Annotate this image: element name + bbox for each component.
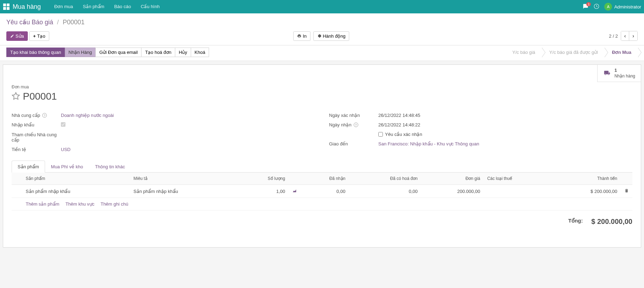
plus-icon: + [33, 33, 36, 39]
tab-products[interactable]: Sản phẩm [12, 161, 45, 173]
label-ask-confirm: Yêu cầu xác nhận [385, 132, 422, 137]
pager-prev[interactable]: ‹ [621, 31, 629, 40]
user-menu[interactable]: A Administrator [604, 3, 641, 11]
truck-icon [603, 70, 611, 77]
nav-products[interactable]: Sản phẩm [78, 0, 109, 13]
cell-qty: 1,00 [238, 185, 289, 198]
label-vendor-ref: Tham chiếu Nhà cung cấp [12, 132, 61, 143]
col-qty: Số lượng [238, 173, 289, 185]
tabs: Sản phẩm Mua Phí về kho Thông tin khác [12, 161, 632, 173]
label-import: Nhập khẩu [12, 122, 61, 127]
forecast-icon[interactable] [292, 189, 297, 194]
step-po[interactable]: Đơn Mua [604, 48, 638, 57]
customs-declaration-button[interactable]: Tạo khai báo thông quan [6, 48, 65, 57]
action-button[interactable]: Hành động [313, 31, 349, 41]
value-currency[interactable]: USD [61, 147, 70, 152]
help-icon[interactable]: ? [42, 113, 47, 118]
col-received: Đã nhận [301, 173, 349, 185]
breadcrumb-current: P00001 [63, 19, 84, 26]
nav-orders[interactable]: Đơn mua [49, 0, 78, 13]
stat-receipts-label: Nhận hàng [614, 74, 635, 79]
lines-table: Sản phẩm Miêu tả Số lượng Đã nhận Đã có … [12, 173, 632, 211]
star-icon[interactable] [12, 92, 20, 101]
cell-subtotal: $ 200.000,00 [550, 185, 621, 198]
pager-next[interactable]: › [629, 31, 637, 40]
pencil-icon [10, 34, 14, 38]
form-sheet: 1 Nhận hàng Đơn mua P00001 Nhà cung cấ [3, 64, 641, 248]
label-currency: Tiền tệ [12, 147, 61, 152]
chat-badge: 1 [586, 2, 591, 6]
col-product: Sản phẩm [22, 173, 130, 185]
total-amount: $ 200.000,00 [591, 218, 632, 226]
tab-other-info[interactable]: Thông tin khác [89, 161, 131, 173]
stat-receipts-count: 1 [614, 68, 635, 74]
lock-button[interactable]: Khoá [191, 48, 209, 57]
pager-nav: ‹ › [621, 31, 638, 41]
pager-text: 2 / 2 [609, 33, 618, 39]
add-product-link[interactable]: Thêm sản phẩm [26, 201, 59, 207]
print-icon [297, 34, 301, 38]
label-deliver-to: Giao đến [329, 141, 378, 146]
status-row: Tạo khai báo thông quan Nhận Hàng Gửi Đơ… [0, 45, 644, 61]
cell-price: 200.000,00 [421, 185, 484, 198]
create-button[interactable]: + Tạo [29, 31, 49, 41]
add-section-link[interactable]: Thêm khu vực [65, 201, 94, 207]
value-receipt-date: 26/12/2022 14:48:22 [378, 122, 632, 127]
status-arrows: Y/c báo giá Y/c báo giá đã được gửi Đơn … [505, 48, 638, 57]
clock-icon[interactable] [594, 4, 599, 10]
label-receipt-date: Ngày nhận? [329, 122, 378, 127]
checkbox-import [61, 122, 65, 127]
totals: Tổng: $ 200.000,00 [3, 211, 641, 226]
apps-icon[interactable] [3, 3, 10, 10]
record-title: P00001 [23, 91, 57, 102]
col-price: Đơn giá [421, 173, 484, 185]
step-rfq[interactable]: Y/c báo giá [505, 48, 542, 57]
nav-reports[interactable]: Báo cáo [109, 0, 136, 13]
nav-config[interactable]: Cấu hình [136, 0, 165, 13]
table-row[interactable]: Sản phẩm nhập khẩu Sản phẩm nhập khẩu 1,… [12, 185, 632, 198]
cancel-button[interactable]: Hủy [175, 48, 191, 57]
create-invoice-button[interactable]: Tạo hoá đơn [141, 48, 175, 57]
total-label: Tổng: [568, 218, 583, 226]
print-button[interactable]: In [293, 31, 310, 41]
app-title: Mua hàng [13, 3, 41, 11]
value-supplier[interactable]: Doanh nghiệp nước ngoài [61, 113, 114, 118]
cell-billed: 0,00 [349, 185, 421, 198]
cell-taxes [484, 185, 550, 198]
step-rfq-sent[interactable]: Y/c báo giá đã được gửi [542, 48, 604, 57]
gear-icon [317, 34, 321, 38]
topbar: Mua hàng Đơn mua Sản phẩm Báo cáo Cấu hì… [0, 0, 644, 13]
avatar: A [604, 3, 612, 11]
value-deliver-to[interactable]: San Francisco: Nhập khẩu - Khu vực Thông… [378, 141, 479, 146]
user-name: Administrator [614, 4, 641, 10]
label-supplier: Nhà cung cấp? [12, 113, 61, 118]
col-desc: Miêu tả [130, 173, 238, 185]
breadcrumb-root[interactable]: Yêu cầu Báo giá [6, 19, 53, 26]
help-icon[interactable]: ? [354, 123, 358, 127]
svg-marker-1 [12, 93, 19, 99]
receive-button[interactable]: Nhận Hàng [65, 48, 96, 57]
cell-desc: Sản phẩm nhập khẩu [130, 185, 238, 198]
cell-received: 0,00 [301, 185, 349, 198]
col-billed: Đã có hoá đơn [349, 173, 421, 185]
stat-receipts[interactable]: 1 Nhận hàng [597, 65, 641, 82]
send-email-button[interactable]: Gửi Đơn qua email [95, 48, 141, 57]
add-note-link[interactable]: Thêm ghi chú [101, 201, 128, 207]
col-taxes: Các loại thuế [484, 173, 550, 185]
control-row: Sửa + Tạo In Hành động 2 / 2 ‹ › [0, 29, 644, 45]
value-confirmed: 26/12/2022 14:48:45 [378, 113, 632, 118]
checkbox-ask-confirm[interactable] [378, 132, 383, 137]
trash-icon[interactable] [624, 189, 629, 194]
chat-icon[interactable]: 1 [582, 4, 589, 10]
breadcrumb: Yêu cầu Báo giá / P00001 [0, 13, 644, 29]
cell-product: Sản phẩm nhập khẩu [22, 185, 130, 198]
title-small: Đơn mua [12, 84, 632, 89]
label-confirmed: Ngày xác nhận [329, 113, 378, 118]
edit-button[interactable]: Sửa [6, 31, 28, 41]
col-subtotal: Thành tiền [550, 173, 621, 185]
tab-landed-costs[interactable]: Mua Phí về kho [45, 161, 89, 173]
